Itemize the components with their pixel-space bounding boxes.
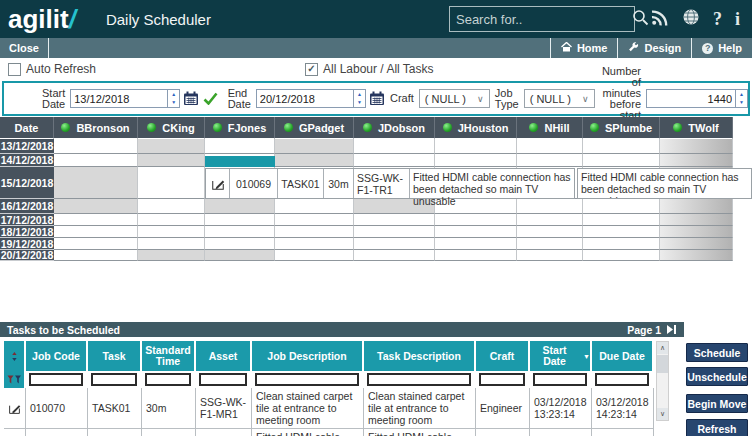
selected-slot[interactable] <box>205 156 275 167</box>
grid-cell[interactable] <box>660 139 733 154</box>
grid-cell[interactable] <box>205 250 275 261</box>
grid-cell[interactable] <box>660 154 733 167</box>
grid-cell[interactable] <box>354 250 435 261</box>
end-date-input[interactable] <box>257 90 353 107</box>
unschedule-button[interactable]: Unschedule <box>686 367 748 386</box>
col-job-code[interactable]: Job Code <box>26 341 88 371</box>
filter-input-start-date[interactable] <box>533 373 587 386</box>
end-date-stepper[interactable]: ▲▼ <box>353 90 365 107</box>
grid-header-person[interactable]: TWolf <box>660 117 733 139</box>
col-start-date[interactable]: Start Date ▼ <box>530 341 592 371</box>
grid-cell[interactable] <box>354 238 435 250</box>
refresh-button[interactable]: Refresh <box>686 419 748 436</box>
grid-cell[interactable] <box>583 139 660 154</box>
grid-cell[interactable] <box>54 250 138 261</box>
grid-cell[interactable] <box>275 250 354 261</box>
grid-header-person[interactable]: GPadget <box>275 117 354 139</box>
grid-cell[interactable] <box>583 154 660 167</box>
grid-cell[interactable] <box>275 214 354 226</box>
grid-cell[interactable] <box>583 238 660 250</box>
grid-cell[interactable] <box>205 226 275 238</box>
filter-input-craft[interactable] <box>479 373 525 386</box>
all-labour-checkbox[interactable]: ✓ <box>305 63 318 76</box>
grid-cell[interactable] <box>517 226 583 238</box>
grid-cell[interactable] <box>205 238 275 250</box>
grid-cell[interactable] <box>517 238 583 250</box>
apply-check-icon[interactable] <box>203 92 218 105</box>
grid-cell[interactable] <box>435 238 517 250</box>
grid-cell[interactable] <box>138 199 205 214</box>
grid-cell[interactable] <box>138 214 205 226</box>
col-standard-time[interactable]: Standard Time <box>142 341 196 371</box>
grid-cell[interactable] <box>138 167 205 199</box>
grid-cell[interactable] <box>138 238 205 250</box>
grid-cell[interactable] <box>354 226 435 238</box>
grid-cell[interactable] <box>660 214 733 226</box>
grid-cell[interactable] <box>435 226 517 238</box>
grid-cell[interactable] <box>354 154 435 167</box>
grid-cell[interactable] <box>54 154 138 167</box>
table-row[interactable]: 010069 TASK01 30m SSG-WK-F1- Fitted HDMI… <box>4 429 654 436</box>
table-scrollbar[interactable]: ∧ ∨ <box>656 341 669 421</box>
grid-cell[interactable] <box>583 226 660 238</box>
grid-cell[interactable] <box>660 250 733 261</box>
grid-cell[interactable] <box>583 199 660 214</box>
filter-input-due-date[interactable] <box>595 373 649 386</box>
col-task[interactable]: Task <box>88 341 142 371</box>
grid-header-person[interactable]: FJones <box>205 117 275 139</box>
grid-cell[interactable] <box>138 139 205 154</box>
grid-cell[interactable] <box>354 139 435 154</box>
grid-cell[interactable] <box>583 214 660 226</box>
filter-input-standard-time[interactable] <box>145 373 191 386</box>
home-button[interactable]: Home <box>550 38 618 58</box>
all-labour-toggle[interactable]: ✓ All Labour / All Tasks <box>305 62 434 76</box>
grid-cell[interactable] <box>138 226 205 238</box>
edit-row-icon[interactable] <box>4 388 26 429</box>
job-type-select[interactable]: ( NULL ) ∨ <box>524 89 595 108</box>
grid-cell[interactable] <box>54 199 138 214</box>
info-icon[interactable]: i <box>735 10 740 28</box>
end-date-calendar-icon[interactable] <box>369 91 385 106</box>
last-page-icon[interactable] <box>667 324 677 336</box>
grid-cell[interactable] <box>435 154 517 167</box>
edit-row-icon[interactable] <box>4 429 26 436</box>
help-button[interactable]: ? Help <box>691 38 752 58</box>
filter-input-job-code[interactable] <box>29 373 83 386</box>
auto-refresh-checkbox[interactable] <box>8 63 21 76</box>
grid-header-person[interactable]: SPlumbe <box>583 117 660 139</box>
auto-refresh-toggle[interactable]: Auto Refresh <box>8 62 96 76</box>
grid-cell[interactable] <box>54 226 138 238</box>
search-input[interactable] <box>456 12 632 27</box>
grid-header-person[interactable]: NHill <box>517 117 583 139</box>
grid-cell[interactable] <box>435 214 517 226</box>
close-button[interactable]: Close <box>0 38 49 58</box>
grid-cell[interactable] <box>138 154 205 167</box>
grid-header-person[interactable]: JHouston <box>435 117 517 139</box>
grid-cell[interactable] <box>54 214 138 226</box>
rss-icon[interactable] <box>651 9 669 30</box>
start-date-stepper[interactable]: ▲▼ <box>167 90 179 107</box>
scroll-up-icon[interactable]: ∧ <box>657 342 668 354</box>
grid-cell[interactable] <box>275 139 354 154</box>
minutes-input[interactable] <box>647 90 735 107</box>
grid-cell[interactable] <box>660 226 733 238</box>
grid-cell[interactable] <box>205 214 275 226</box>
col-task-description[interactable]: Task Description <box>364 341 476 371</box>
grid-cell[interactable] <box>205 199 275 214</box>
scroll-down-icon[interactable]: ∨ <box>657 408 668 420</box>
grid-cell[interactable] <box>54 238 138 250</box>
table-row[interactable]: 010070 TASK01 30m SSG-WK-F1-MR1 Clean st… <box>4 388 654 429</box>
filter-input-task-description[interactable] <box>367 373 471 386</box>
grid-cell[interactable] <box>275 238 354 250</box>
grid-cell[interactable] <box>517 154 583 167</box>
grid-cell[interactable] <box>275 199 354 214</box>
grid-cell[interactable] <box>517 139 583 154</box>
grid-cell[interactable] <box>517 250 583 261</box>
grid-cell[interactable] <box>435 250 517 261</box>
grid-cell[interactable] <box>54 139 138 154</box>
scrollbar-thumb[interactable] <box>657 355 668 373</box>
col-due-date[interactable]: Due Date <box>592 341 654 371</box>
design-button[interactable]: Design <box>617 38 691 58</box>
scheduled-task-card[interactable]: 010069 TASK01 30m SSG-WK-F1-TR1 Fitted H… <box>205 168 575 199</box>
craft-select[interactable]: ( NULL ) ∨ <box>419 89 490 108</box>
